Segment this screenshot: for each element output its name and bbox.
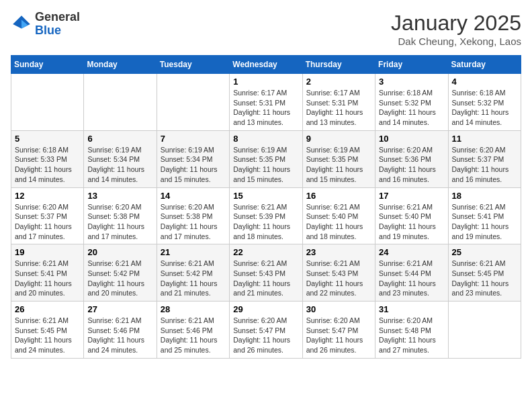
day-number: 25 [452, 247, 517, 257]
day-number: 30 [306, 304, 371, 314]
calendar-cell: 1Sunrise: 6:17 AMSunset: 5:31 PMDaylight… [230, 74, 302, 131]
logo-text: General Blue [35, 11, 80, 38]
weekday-header-wednesday: Wednesday [230, 56, 302, 74]
day-info: Sunrise: 6:21 AMSunset: 5:41 PMDaylight:… [15, 259, 80, 298]
day-info: Sunrise: 6:21 AMSunset: 5:45 PMDaylight:… [452, 259, 517, 298]
day-info: Sunrise: 6:20 AMSunset: 5:38 PMDaylight:… [87, 202, 152, 242]
calendar-cell: 20Sunrise: 6:21 AMSunset: 5:42 PMDayligh… [84, 244, 157, 302]
day-number: 22 [233, 247, 298, 257]
day-number: 31 [379, 304, 444, 314]
calendar-cell: 30Sunrise: 6:20 AMSunset: 5:47 PMDayligh… [302, 302, 375, 359]
calendar-cell: 3Sunrise: 6:18 AMSunset: 5:32 PMDaylight… [375, 74, 448, 131]
calendar-cell: 26Sunrise: 6:21 AMSunset: 5:45 PMDayligh… [11, 302, 84, 359]
day-info: Sunrise: 6:21 AMSunset: 5:46 PMDaylight:… [87, 316, 152, 355]
day-info: Sunrise: 6:19 AMSunset: 5:34 PMDaylight:… [87, 145, 152, 185]
day-number: 29 [233, 304, 298, 314]
calendar-cell: 14Sunrise: 6:20 AMSunset: 5:38 PMDayligh… [157, 187, 229, 244]
day-info: Sunrise: 6:17 AMSunset: 5:31 PMDaylight:… [233, 88, 298, 128]
day-info: Sunrise: 6:20 AMSunset: 5:47 PMDaylight:… [233, 316, 298, 355]
week-row-3: 12Sunrise: 6:20 AMSunset: 5:37 PMDayligh… [11, 187, 521, 244]
weekday-header-tuesday: Tuesday [157, 56, 229, 74]
day-number: 14 [161, 191, 226, 201]
logo-general: General [35, 10, 80, 24]
day-info: Sunrise: 6:20 AMSunset: 5:47 PMDaylight:… [306, 316, 371, 355]
location: Dak Cheung, Xekong, Laos [391, 36, 521, 47]
calendar-cell [448, 302, 521, 359]
weekday-header-sunday: Sunday [11, 56, 84, 74]
day-info: Sunrise: 6:17 AMSunset: 5:31 PMDaylight:… [306, 88, 371, 128]
day-info: Sunrise: 6:21 AMSunset: 5:42 PMDaylight:… [161, 259, 226, 298]
day-number: 11 [452, 134, 517, 144]
calendar-cell: 31Sunrise: 6:20 AMSunset: 5:48 PMDayligh… [375, 302, 448, 359]
calendar-cell: 11Sunrise: 6:20 AMSunset: 5:37 PMDayligh… [448, 130, 521, 187]
day-number: 7 [161, 134, 226, 144]
calendar-cell: 27Sunrise: 6:21 AMSunset: 5:46 PMDayligh… [84, 302, 157, 359]
day-number: 2 [306, 77, 371, 87]
logo-blue: Blue [35, 24, 61, 37]
calendar-cell [11, 74, 84, 131]
calendar-cell: 8Sunrise: 6:19 AMSunset: 5:35 PMDaylight… [230, 130, 302, 187]
day-number: 26 [15, 304, 80, 314]
day-info: Sunrise: 6:19 AMSunset: 5:35 PMDaylight:… [306, 145, 371, 185]
day-number: 1 [233, 77, 298, 87]
calendar-cell: 24Sunrise: 6:21 AMSunset: 5:44 PMDayligh… [375, 244, 448, 302]
calendar-cell: 15Sunrise: 6:21 AMSunset: 5:39 PMDayligh… [230, 187, 302, 244]
day-info: Sunrise: 6:21 AMSunset: 5:43 PMDaylight:… [306, 259, 371, 298]
logo: General Blue [11, 11, 80, 38]
calendar-cell: 22Sunrise: 6:21 AMSunset: 5:43 PMDayligh… [230, 244, 302, 302]
day-info: Sunrise: 6:21 AMSunset: 5:45 PMDaylight:… [15, 316, 80, 355]
day-info: Sunrise: 6:20 AMSunset: 5:37 PMDaylight:… [452, 145, 517, 185]
weekday-header-saturday: Saturday [448, 56, 521, 74]
day-number: 3 [379, 77, 444, 87]
weekday-header-row: SundayMondayTuesdayWednesdayThursdayFrid… [11, 56, 521, 74]
day-info: Sunrise: 6:21 AMSunset: 5:44 PMDaylight:… [379, 259, 444, 298]
calendar-cell: 19Sunrise: 6:21 AMSunset: 5:41 PMDayligh… [11, 244, 84, 302]
calendar-cell: 17Sunrise: 6:21 AMSunset: 5:40 PMDayligh… [375, 187, 448, 244]
week-row-5: 26Sunrise: 6:21 AMSunset: 5:45 PMDayligh… [11, 302, 521, 359]
calendar-cell: 16Sunrise: 6:21 AMSunset: 5:40 PMDayligh… [302, 187, 375, 244]
day-info: Sunrise: 6:21 AMSunset: 5:40 PMDaylight:… [306, 202, 371, 242]
calendar-cell: 29Sunrise: 6:20 AMSunset: 5:47 PMDayligh… [230, 302, 302, 359]
day-number: 20 [87, 247, 152, 257]
calendar-cell: 7Sunrise: 6:19 AMSunset: 5:34 PMDaylight… [157, 130, 229, 187]
calendar-cell: 23Sunrise: 6:21 AMSunset: 5:43 PMDayligh… [302, 244, 375, 302]
week-row-4: 19Sunrise: 6:21 AMSunset: 5:41 PMDayligh… [11, 244, 521, 302]
calendar-cell: 18Sunrise: 6:21 AMSunset: 5:41 PMDayligh… [448, 187, 521, 244]
weekday-header-friday: Friday [375, 56, 448, 74]
day-info: Sunrise: 6:18 AMSunset: 5:33 PMDaylight:… [15, 145, 80, 185]
day-number: 12 [15, 191, 80, 201]
calendar-cell: 6Sunrise: 6:19 AMSunset: 5:34 PMDaylight… [84, 130, 157, 187]
day-info: Sunrise: 6:21 AMSunset: 5:40 PMDaylight:… [379, 202, 444, 242]
weekday-header-thursday: Thursday [302, 56, 375, 74]
day-number: 18 [452, 191, 517, 201]
day-info: Sunrise: 6:21 AMSunset: 5:46 PMDaylight:… [161, 316, 226, 355]
calendar-cell: 25Sunrise: 6:21 AMSunset: 5:45 PMDayligh… [448, 244, 521, 302]
day-info: Sunrise: 6:21 AMSunset: 5:39 PMDaylight:… [233, 202, 298, 242]
day-info: Sunrise: 6:21 AMSunset: 5:43 PMDaylight:… [233, 259, 298, 298]
day-number: 10 [379, 134, 444, 144]
day-number: 9 [306, 134, 371, 144]
day-info: Sunrise: 6:21 AMSunset: 5:42 PMDaylight:… [87, 259, 152, 298]
calendar-cell: 28Sunrise: 6:21 AMSunset: 5:46 PMDayligh… [157, 302, 229, 359]
day-info: Sunrise: 6:20 AMSunset: 5:48 PMDaylight:… [379, 316, 444, 355]
day-number: 15 [233, 191, 298, 201]
day-number: 19 [15, 247, 80, 257]
calendar-cell: 10Sunrise: 6:20 AMSunset: 5:36 PMDayligh… [375, 130, 448, 187]
day-info: Sunrise: 6:18 AMSunset: 5:32 PMDaylight:… [452, 88, 517, 128]
calendar-cell: 13Sunrise: 6:20 AMSunset: 5:38 PMDayligh… [84, 187, 157, 244]
calendar-cell [157, 74, 229, 131]
day-info: Sunrise: 6:19 AMSunset: 5:35 PMDaylight:… [233, 145, 298, 185]
calendar-cell: 9Sunrise: 6:19 AMSunset: 5:35 PMDaylight… [302, 130, 375, 187]
calendar-table: SundayMondayTuesdayWednesdayThursdayFrid… [11, 55, 521, 359]
weekday-header-monday: Monday [84, 56, 157, 74]
day-number: 21 [161, 247, 226, 257]
page-header: General Blue January 2025 Dak Cheung, Xe… [11, 11, 521, 47]
calendar-cell [84, 74, 157, 131]
day-number: 27 [87, 304, 152, 314]
day-number: 28 [161, 304, 226, 314]
day-number: 13 [87, 191, 152, 201]
day-number: 17 [379, 191, 444, 201]
day-number: 24 [379, 247, 444, 257]
day-info: Sunrise: 6:18 AMSunset: 5:32 PMDaylight:… [379, 88, 444, 128]
day-number: 8 [233, 134, 298, 144]
